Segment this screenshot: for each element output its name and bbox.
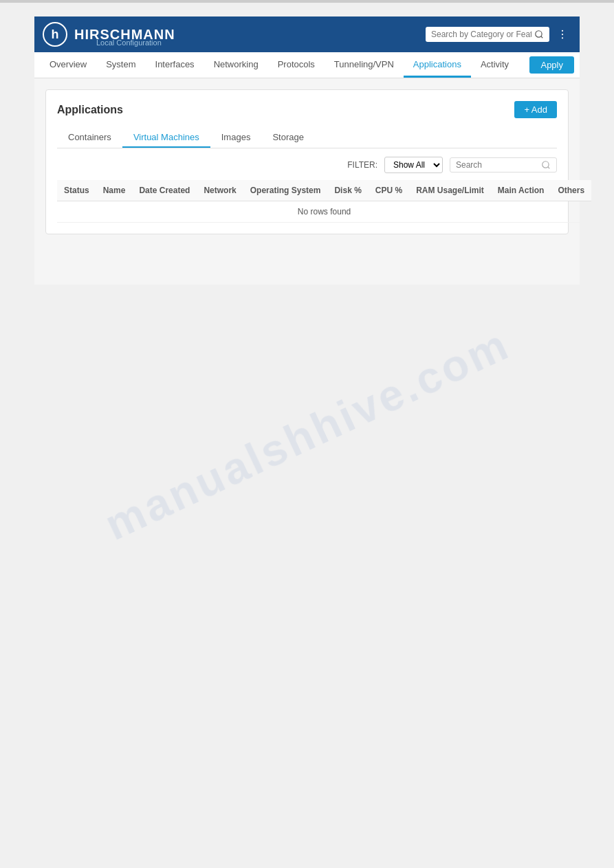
table-body: No rows found: [57, 201, 591, 223]
tab-tunneling-vpn[interactable]: Tunneling/VPN: [325, 52, 404, 78]
col-others: Others: [551, 180, 591, 201]
add-button[interactable]: + Add: [514, 101, 557, 118]
main-tabs: Overview System Interfaces Networking Pr…: [40, 52, 518, 78]
svg-point-2: [562, 30, 563, 32]
no-rows-row: No rows found: [57, 201, 591, 223]
applications-card: Applications + Add Containers Virtual Ma…: [45, 89, 569, 234]
global-search-box[interactable]: [426, 27, 549, 42]
table-header: Status Name Date Created Network Operati…: [57, 180, 591, 201]
applications-table: Status Name Date Created Network Operati…: [57, 180, 591, 223]
logo-letter: h: [52, 27, 59, 42]
section-header: Applications + Add: [57, 101, 557, 118]
col-name: Name: [96, 180, 133, 201]
col-ram: RAM Usage/Limit: [409, 180, 491, 201]
svg-line-6: [548, 167, 550, 169]
svg-line-1: [541, 36, 543, 38]
sub-tab-containers[interactable]: Containers: [57, 128, 122, 148]
section-title: Applications: [57, 104, 123, 116]
col-status: Status: [57, 180, 96, 201]
tab-interfaces[interactable]: Interfaces: [146, 52, 204, 78]
main-content: Applications + Add Containers Virtual Ma…: [34, 78, 580, 285]
svg-point-3: [562, 34, 563, 35]
svg-point-5: [542, 162, 549, 168]
logo-icon: h: [43, 22, 67, 47]
navbar: h HIRSCHMANN Local Configuration: [34, 16, 580, 52]
filter-label: FILTER:: [347, 160, 377, 170]
tab-system[interactable]: System: [96, 52, 145, 78]
tab-overview[interactable]: Overview: [40, 52, 96, 78]
no-rows-message: No rows found: [57, 201, 591, 223]
tab-applications[interactable]: Applications: [404, 52, 471, 78]
svg-point-4: [562, 37, 563, 38]
table-search-input[interactable]: [456, 160, 538, 170]
tab-networking[interactable]: Networking: [204, 52, 268, 78]
col-cpu: CPU %: [369, 180, 409, 201]
col-disk: Disk %: [327, 180, 368, 201]
apply-button[interactable]: Apply: [529, 56, 574, 74]
navbar-right: [426, 25, 571, 43]
sub-tab-images[interactable]: Images: [210, 128, 262, 148]
watermark: manualshhive.com: [97, 318, 517, 550]
tab-activity[interactable]: Activity: [471, 52, 518, 78]
table-search-box[interactable]: [450, 157, 557, 173]
col-network: Network: [197, 180, 243, 201]
sub-tab-virtual-machines[interactable]: Virtual Machines: [122, 128, 210, 148]
col-main-action: Main Action: [491, 180, 551, 201]
sub-tab-storage[interactable]: Storage: [261, 128, 315, 148]
filter-select[interactable]: Show All Running Stopped: [384, 157, 443, 173]
tab-protocols[interactable]: Protocols: [268, 52, 325, 78]
svg-point-0: [536, 31, 542, 37]
col-operating-system: Operating System: [243, 180, 328, 201]
tab-bar: Overview System Interfaces Networking Pr…: [34, 52, 580, 78]
menu-dots-button[interactable]: [553, 25, 571, 43]
page-wrapper: h HIRSCHMANN Local Configuration: [0, 3, 614, 298]
filter-search-row: FILTER: Show All Running Stopped: [57, 157, 557, 173]
brand-subtitle: Local Configuration: [96, 38, 162, 47]
col-date-created: Date Created: [132, 180, 197, 201]
table-search-icon: [541, 160, 551, 170]
global-search-icon-button[interactable]: [534, 30, 544, 39]
sub-tabs: Containers Virtual Machines Images Stora…: [57, 128, 557, 148]
global-search-input[interactable]: [431, 30, 531, 39]
